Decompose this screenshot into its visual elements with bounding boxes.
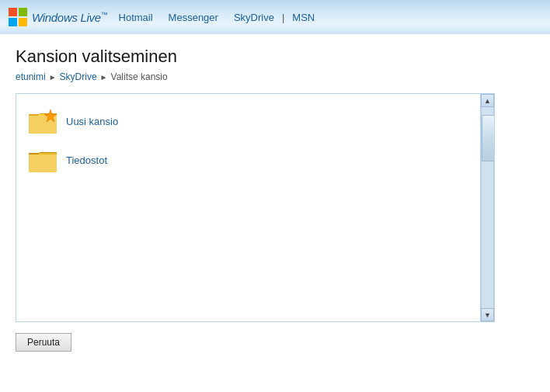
trademark: ™ <box>101 11 108 19</box>
folder-name-new[interactable]: Uusi kansio <box>66 116 118 127</box>
breadcrumb-arrow-1: ► <box>49 73 57 82</box>
svg-rect-0 <box>9 8 17 16</box>
folder-item-new[interactable]: Uusi kansio <box>16 102 480 140</box>
nav-hotmail[interactable]: Hotmail <box>116 12 156 23</box>
cancel-button[interactable]: Peruuta <box>16 333 71 352</box>
brand-name: Windows Live™ <box>32 11 108 24</box>
windows-flag-icon <box>8 7 28 27</box>
nav-skydrive[interactable]: SkyDrive <box>231 12 277 23</box>
main-content: Kansion valitseminen etunimi ► SkyDrive … <box>0 34 550 364</box>
folder-name-tiedostot[interactable]: Tiedostot <box>66 154 107 166</box>
windows-live-logo: Windows Live™ <box>8 7 108 27</box>
scroll-up-button[interactable]: ▲ <box>481 94 494 107</box>
breadcrumb-etunimi[interactable]: etunimi <box>16 71 46 82</box>
scroll-track[interactable] <box>481 107 494 308</box>
folder-item-tiedostot[interactable]: Tiedostot <box>16 140 480 179</box>
breadcrumb-skydrive[interactable]: SkyDrive <box>60 71 97 82</box>
scrollbar[interactable]: ▲ ▼ <box>480 94 494 321</box>
scroll-thumb[interactable] <box>482 115 495 161</box>
svg-rect-1 <box>19 8 27 16</box>
nav-sep-3: | <box>282 12 284 23</box>
new-folder-icon <box>27 108 58 134</box>
breadcrumb: etunimi ► SkyDrive ► Valitse kansio <box>16 71 534 82</box>
breadcrumb-arrow-2: ► <box>100 73 108 82</box>
nav-messenger[interactable]: Messenger <box>165 12 221 23</box>
scroll-down-button[interactable]: ▼ <box>481 308 494 321</box>
folder-list-container: Uusi kansio <box>16 93 495 322</box>
nav-msn[interactable]: MSN <box>289 12 318 23</box>
folder-list[interactable]: Uusi kansio <box>16 94 480 321</box>
header-bar: Windows Live™ Hotmail Messenger SkyDrive… <box>0 0 550 34</box>
normal-folder-icon <box>27 147 58 173</box>
svg-rect-3 <box>19 18 27 26</box>
breadcrumb-current: Valitse kansio <box>111 71 168 82</box>
page-title: Kansion valitseminen <box>16 47 534 67</box>
svg-rect-2 <box>9 18 17 26</box>
